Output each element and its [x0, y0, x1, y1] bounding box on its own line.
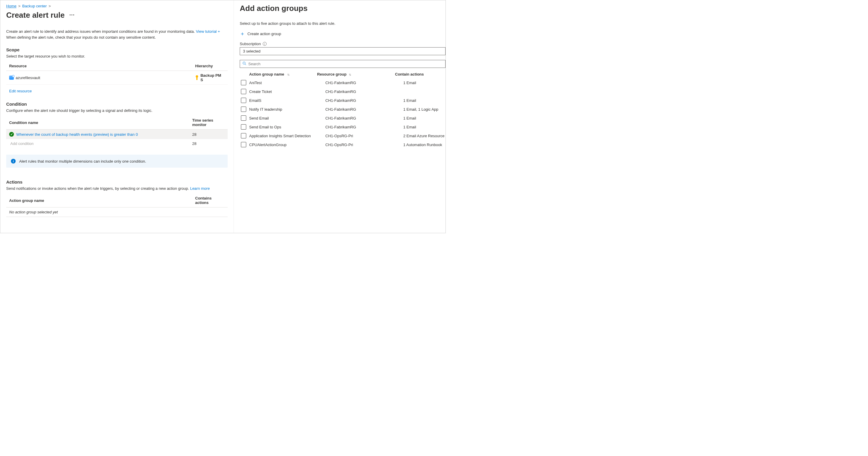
row-checkbox[interactable]: [241, 80, 246, 85]
row-resource-group: CH1-FabrikamRG: [326, 125, 403, 129]
agp-header: Action group name ↑↓ Resource group ↑↓ C…: [240, 70, 445, 78]
add-action-groups-panel: Add action groups Select up to five acti…: [234, 0, 445, 233]
edit-resource-link[interactable]: Edit resource: [9, 89, 32, 93]
scope-resource-name: azurefilesvault: [16, 75, 40, 80]
page-title: Create alert rule: [6, 11, 65, 20]
ag-table-header: Action group name Contains actions: [6, 194, 228, 207]
panel-title: Add action groups: [240, 4, 445, 13]
subscription-label: Subscription i: [240, 42, 445, 46]
create-action-group-button[interactable]: ＋ Create action group: [240, 31, 281, 36]
action-group-row[interactable]: AniTestCH1-FabrikamRG1 Email: [240, 78, 445, 87]
scope-table-header: Resource Hierarchy: [6, 61, 228, 71]
row-checkbox[interactable]: [241, 106, 246, 112]
learn-more-link[interactable]: Learn more: [190, 186, 210, 191]
sort-icon: ↑↓: [349, 73, 351, 76]
search-icon: [242, 61, 247, 66]
actions-desc: Send notifications or invoke actions whe…: [6, 186, 228, 191]
row-contain-actions: 1 Email: [403, 125, 444, 129]
subscription-label-text: Subscription: [240, 42, 261, 46]
condition-desc: Configure when the alert rule should tri…: [6, 108, 228, 113]
col-ag-contains: Contains actions: [195, 196, 225, 205]
scope-hierarchy-name: Backup PM S: [200, 73, 225, 82]
row-name: AniTest: [249, 80, 326, 85]
col-header-rg[interactable]: Resource group ↑↓: [317, 72, 395, 76]
selected-action-groups-table: Action group name Contains actions No ac…: [6, 194, 228, 217]
action-group-row[interactable]: Create TicketCH1-FabrikamRG: [240, 87, 445, 96]
checkmark-circle-icon: ✓: [9, 132, 14, 137]
row-resource-group: CH1-FabrikamRG: [326, 80, 403, 85]
action-group-row[interactable]: Send Email to OpsCH1-FabrikamRG1 Email: [240, 123, 445, 131]
col-ag-name: Action group name: [9, 198, 195, 203]
row-name: Application Insights Smart Detection: [249, 134, 326, 138]
scope-section: Scope Select the target resource you wis…: [6, 47, 228, 101]
row-name: CPUAlertActionGroup: [249, 142, 326, 147]
col-header-rg-text: Resource group: [317, 72, 347, 76]
row-checkbox[interactable]: [241, 89, 246, 94]
breadcrumb-backup-center[interactable]: Backup center: [22, 4, 46, 8]
condition-row[interactable]: ✓ Whenever the count of backup health ev…: [6, 130, 228, 139]
col-header-name-text: Action group name: [249, 72, 284, 76]
scope-table: Resource Hierarchy azurefilesvault Backu…: [6, 61, 228, 85]
condition-section: Condition Configure when the alert rule …: [6, 101, 228, 168]
row-checkbox[interactable]: [241, 116, 246, 121]
actions-heading: Actions: [6, 180, 228, 185]
col-hierarchy: Hierarchy: [195, 64, 225, 68]
view-tutorial-link[interactable]: View tutorial +: [196, 29, 220, 34]
subscription-dropdown[interactable]: 3 selected: [240, 47, 445, 55]
page-title-row: Create alert rule ···: [6, 11, 228, 20]
info-icon: i: [11, 159, 16, 164]
row-contain-actions: 1 Email: [403, 116, 444, 121]
row-contain-actions: 1 Automation Runbook: [403, 142, 444, 147]
add-condition-row[interactable]: Add condition 28: [6, 139, 228, 148]
condition-link[interactable]: Whenever the count of backup health even…: [16, 132, 138, 137]
row-name: Notify IT leadership: [249, 107, 326, 111]
action-group-picker-table: Action group name ↑↓ Resource group ↑↓ C…: [240, 70, 445, 149]
row-contain-actions: 1 Email: [403, 98, 444, 103]
more-menu-icon[interactable]: ···: [69, 12, 75, 18]
search-box[interactable]: [240, 60, 445, 68]
row-name: Create Ticket: [249, 90, 326, 94]
col-condition-name: Condition name: [9, 121, 192, 125]
info-icon[interactable]: i: [263, 42, 267, 46]
scope-desc: Select the target resource you wish to m…: [6, 54, 228, 59]
plus-icon: ＋: [240, 31, 245, 36]
info-banner: i Alert rules that monitor multiple dime…: [6, 155, 228, 168]
action-group-row[interactable]: EmailSCH1-FabrikamRG1 Email: [240, 96, 445, 105]
intro-text: Create an alert rule to identify and add…: [6, 29, 228, 40]
condition-heading: Condition: [6, 101, 228, 106]
breadcrumb-home[interactable]: Home: [6, 4, 17, 8]
scope-resource-cell: azurefilesvault: [9, 75, 195, 80]
row-checkbox[interactable]: [241, 142, 246, 147]
key-icon: [195, 75, 199, 80]
condition-ts-cell: 28: [192, 132, 225, 137]
search-input[interactable]: [248, 62, 443, 66]
scope-heading: Scope: [6, 47, 228, 52]
col-time-series: Time series monitor: [192, 118, 225, 127]
action-group-row[interactable]: Notify IT leadershipCH1-FabrikamRG1 Emai…: [240, 105, 445, 113]
row-checkbox[interactable]: [241, 98, 246, 103]
vault-icon: [9, 75, 14, 80]
ag-empty-row: No action group selected yet: [6, 207, 228, 217]
condition-name-cell: ✓ Whenever the count of backup health ev…: [9, 132, 192, 137]
row-resource-group: CH1-FabrikamRG: [326, 98, 403, 103]
row-contain-actions: 2 Email Azure Resource M: [403, 134, 444, 138]
add-condition-ts: 28: [192, 141, 225, 146]
row-checkbox[interactable]: [241, 124, 246, 130]
col-header-name[interactable]: Action group name ↑↓: [241, 72, 317, 76]
scope-row[interactable]: azurefilesvault Backup PM S: [6, 71, 228, 85]
row-resource-group: CH1-OpsRG-Pri: [326, 142, 403, 147]
condition-table: Condition name Time series monitor ✓ Whe…: [6, 116, 228, 148]
panel-desc: Select up to five action groups to attac…: [240, 21, 445, 26]
intro-line2: When defining the alert rule, check that…: [6, 35, 156, 39]
action-group-row[interactable]: CPUAlertActionGroupCH1-OpsRG-Pri1 Automa…: [240, 140, 445, 149]
row-checkbox[interactable]: [241, 133, 246, 138]
condition-table-header: Condition name Time series monitor: [6, 116, 228, 130]
intro-line1: Create an alert rule to identify and add…: [6, 29, 196, 34]
svg-point-0: [243, 62, 245, 64]
create-action-group-label: Create action group: [247, 32, 281, 36]
chevron-right-icon: >: [18, 4, 21, 8]
action-group-row[interactable]: Send EmailCH1-FabrikamRG1 Email: [240, 113, 445, 123]
ag-empty-text: No action group selected yet: [9, 210, 195, 214]
actions-desc-text: Send notifications or invoke actions whe…: [6, 186, 190, 191]
action-group-row[interactable]: Application Insights Smart DetectionCH1-…: [240, 131, 445, 140]
